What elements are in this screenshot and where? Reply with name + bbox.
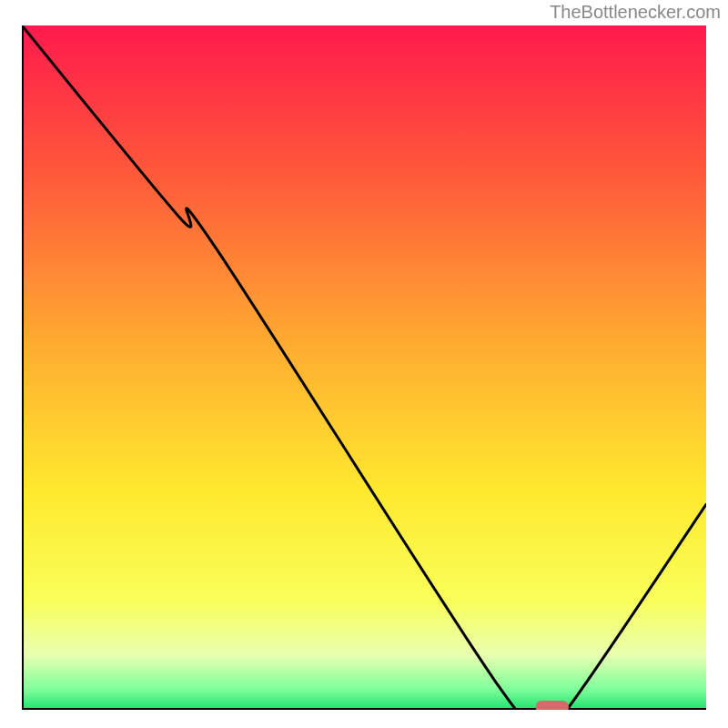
plot-background: [22, 25, 706, 710]
optimal-marker: [536, 701, 569, 710]
attribution-text: TheBottlenecker.com: [550, 2, 721, 23]
chart-svg: [22, 25, 706, 710]
chart-area: [22, 25, 706, 710]
